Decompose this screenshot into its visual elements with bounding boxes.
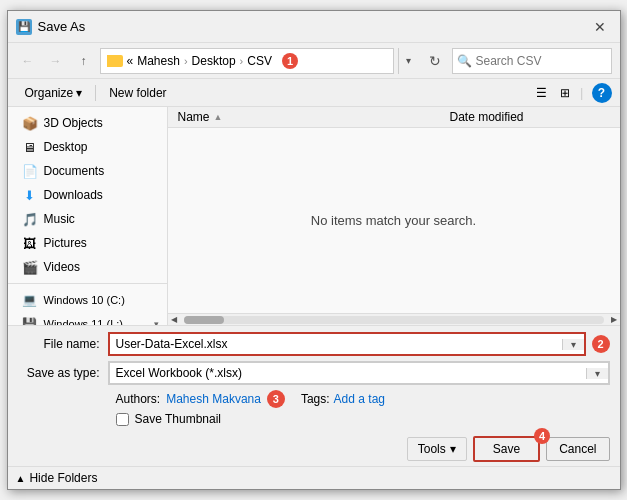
- sidebar-label-pictures: Pictures: [44, 236, 87, 250]
- desktop-icon: 🖥: [22, 139, 38, 155]
- breadcrumb-part1: «: [127, 54, 134, 68]
- column-name-label: Name: [178, 110, 210, 124]
- help-button[interactable]: ?: [592, 83, 612, 103]
- search-icon: 🔍: [457, 54, 472, 68]
- thumbnail-checkbox[interactable]: [116, 413, 129, 426]
- windows11-icon: 💾: [22, 316, 38, 325]
- folder-icon: [107, 55, 123, 67]
- sidebar-label-downloads: Downloads: [44, 188, 103, 202]
- tools-chevron: ▾: [450, 442, 456, 456]
- thumbnail-row: Save Thumbnail: [18, 412, 610, 426]
- sidebar-item-videos[interactable]: 🎬 Videos: [8, 255, 167, 279]
- view-controls: ☰ ⊞ | ?: [530, 82, 611, 104]
- close-button[interactable]: ✕: [588, 15, 612, 39]
- cancel-button[interactable]: Cancel: [546, 437, 609, 461]
- sidebar-item-documents[interactable]: 📄 Documents: [8, 159, 167, 183]
- tools-label: Tools: [418, 442, 446, 456]
- sidebar-label-music: Music: [44, 212, 75, 226]
- sidebar-label-videos: Videos: [44, 260, 80, 274]
- organize-chevron: ▾: [76, 86, 82, 100]
- authors-label: Authors:: [116, 392, 161, 406]
- breadcrumb-dropdown-button[interactable]: ▾: [398, 48, 418, 74]
- sidebar-label-windows10: Windows 10 (C:): [44, 294, 125, 306]
- filename-input-wrap: ▾: [108, 332, 586, 356]
- scroll-left-arrow[interactable]: ◀: [168, 314, 180, 326]
- dialog-icon: 💾: [16, 19, 32, 35]
- address-toolbar: ← → ↑ « Mahesh › Desktop › CSV 1 ▾ ↻ 🔍: [8, 43, 620, 79]
- organize-button[interactable]: Organize ▾: [16, 83, 92, 103]
- sidebar-item-windows11[interactable]: 💾 Windows 11 (L:) ▾: [8, 312, 167, 325]
- badge-3: 3: [267, 390, 285, 408]
- file-list: No items match your search.: [168, 128, 620, 313]
- downloads-icon: ⬇: [22, 187, 38, 203]
- sidebar-item-music[interactable]: 🎵 Music: [8, 207, 167, 231]
- sidebar-item-downloads[interactable]: ⬇ Downloads: [8, 183, 167, 207]
- breadcrumb-mahesh: Mahesh: [137, 54, 180, 68]
- sidebar-item-3d-objects[interactable]: 📦 3D Objects: [8, 111, 167, 135]
- tools-button[interactable]: Tools ▾: [407, 437, 467, 461]
- column-name[interactable]: Name ▲: [178, 110, 450, 124]
- videos-icon: 🎬: [22, 259, 38, 275]
- add-tag-link[interactable]: Add a tag: [334, 392, 385, 406]
- save-button-wrap: Save 4: [473, 436, 540, 462]
- authors-value[interactable]: Mahesh Makvana: [166, 392, 261, 406]
- toolbar-separator: [95, 85, 96, 101]
- save-as-dialog: 💾 Save As ✕ ← → ↑ « Mahesh › Desktop › C…: [7, 10, 621, 490]
- windows10-icon: 💻: [22, 292, 38, 308]
- sidebar: 📦 3D Objects 🖥 Desktop 📄 Documents ⬇ Dow…: [8, 107, 168, 325]
- breadcrumb-bar[interactable]: « Mahesh › Desktop › CSV 1: [100, 48, 394, 74]
- sidebar-item-desktop[interactable]: 🖥 Desktop: [8, 135, 167, 159]
- search-input[interactable]: [476, 54, 626, 68]
- hide-folders-bar[interactable]: ▲ Hide Folders: [8, 466, 620, 489]
- music-icon: 🎵: [22, 211, 38, 227]
- action-row: Tools ▾ Save 4 Cancel: [18, 432, 610, 462]
- hide-folders-label: Hide Folders: [29, 471, 97, 485]
- new-folder-button[interactable]: New folder: [100, 83, 175, 103]
- sidebar-label-documents: Documents: [44, 164, 105, 178]
- search-box[interactable]: 🔍: [452, 48, 612, 74]
- column-date[interactable]: Date modified: [450, 110, 610, 124]
- filetype-dropdown-button[interactable]: ▾: [586, 368, 608, 379]
- filename-dropdown-button[interactable]: ▾: [562, 339, 584, 350]
- filetype-label: Save as type:: [18, 366, 108, 380]
- filename-row: File name: ▾ 2: [18, 332, 610, 356]
- sidebar-label-desktop: Desktop: [44, 140, 88, 154]
- sidebar-item-windows10[interactable]: 💻 Windows 10 (C:): [8, 288, 167, 312]
- breadcrumb-sep2: ›: [240, 55, 244, 67]
- dialog-title: Save As: [38, 19, 86, 34]
- sidebar-label-windows11: Windows 11 (L:): [44, 318, 123, 325]
- save-button[interactable]: Save: [473, 436, 540, 462]
- bottom-section: File name: ▾ 2 Save as type: ▾ Authors: …: [8, 325, 620, 466]
- breadcrumb-desktop: Desktop: [192, 54, 236, 68]
- back-button[interactable]: ←: [16, 49, 40, 73]
- filename-input[interactable]: [110, 334, 562, 354]
- view-list-button[interactable]: ☰: [530, 82, 552, 104]
- filetype-row: Save as type: ▾: [18, 361, 610, 385]
- meta-row: Authors: Mahesh Makvana 3 Tags: Add a ta…: [18, 390, 610, 408]
- horizontal-scrollbar[interactable]: ◀ ▶: [168, 313, 620, 325]
- view-separator: |: [580, 85, 583, 100]
- up-button[interactable]: ↑: [72, 49, 96, 73]
- 3d-objects-icon: 📦: [22, 115, 38, 131]
- sidebar-label-3d-objects: 3D Objects: [44, 116, 103, 130]
- filename-label: File name:: [18, 337, 108, 351]
- forward-button[interactable]: →: [44, 49, 68, 73]
- thumbnail-label[interactable]: Save Thumbnail: [135, 412, 222, 426]
- view-grid-button[interactable]: ⊞: [554, 82, 576, 104]
- badge-2: 2: [592, 335, 610, 353]
- refresh-button[interactable]: ↻: [422, 48, 448, 74]
- scrollbar-track[interactable]: [184, 316, 604, 324]
- pictures-icon: 🖼: [22, 235, 38, 251]
- breadcrumb-csv: CSV: [247, 54, 272, 68]
- tags-label: Tags:: [301, 392, 330, 406]
- documents-icon: 📄: [22, 163, 38, 179]
- main-content: 📦 3D Objects 🖥 Desktop 📄 Documents ⬇ Dow…: [8, 107, 620, 325]
- organize-label: Organize: [25, 86, 74, 100]
- filetype-input[interactable]: [110, 363, 586, 383]
- scrollbar-thumb[interactable]: [184, 316, 224, 324]
- scroll-right-arrow[interactable]: ▶: [608, 314, 620, 326]
- breadcrumb-badge: 1: [282, 53, 298, 69]
- second-toolbar: Organize ▾ New folder ☰ ⊞ | ?: [8, 79, 620, 107]
- sidebar-item-pictures[interactable]: 🖼 Pictures: [8, 231, 167, 255]
- column-date-label: Date modified: [450, 110, 524, 124]
